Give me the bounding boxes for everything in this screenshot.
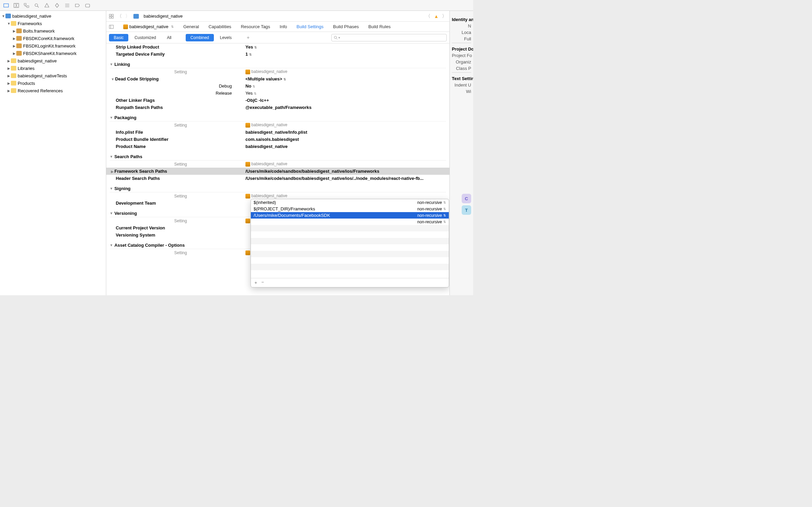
tab-capabilities[interactable]: Capabilities	[208, 23, 231, 31]
source-control-icon[interactable]	[24, 3, 29, 8]
file-fbcorekit[interactable]: ▶ FBSDKCoreKit.framework	[0, 35, 106, 42]
popup-list[interactable]: $(inherited) non-recursive ⇅ $(PROJECT_D…	[251, 199, 449, 277]
add-setting-icon[interactable]: ＋	[246, 35, 251, 41]
tab-info[interactable]: Info	[280, 23, 287, 31]
updown-icon[interactable]: ⇅	[443, 220, 446, 224]
framework-icon	[16, 43, 22, 48]
sidebar-toggle-icon[interactable]	[109, 24, 114, 29]
settings-search[interactable]: ▾	[331, 34, 447, 41]
tab-general[interactable]: General	[183, 23, 199, 31]
disclosure-right-icon[interactable]: ▶	[12, 44, 16, 48]
prev-issue-icon[interactable]: 〈	[426, 13, 430, 19]
popup-row-selected[interactable]: /Users/mike/Documents/FacebookSDK non-re…	[251, 212, 449, 219]
library-text-icon[interactable]: T	[462, 205, 471, 215]
disclosure-right-icon[interactable]: ▶	[7, 59, 11, 63]
updown-icon[interactable]: ⇅	[443, 214, 446, 217]
filter-customized[interactable]: Customized	[130, 34, 161, 41]
symbol-navigator-icon[interactable]	[14, 3, 19, 8]
column-header-row: Setting babiesdigest_native	[110, 121, 446, 129]
popup-row[interactable]: non-recursive ⇅	[251, 219, 449, 225]
folder-recovered[interactable]: ▶ Recovered References	[0, 87, 106, 94]
file-fbloginkit[interactable]: ▶ FBSDKLoginKit.framework	[0, 42, 106, 50]
report-icon[interactable]	[85, 3, 90, 8]
forward-icon[interactable]: 〉	[125, 13, 130, 19]
popup-row[interactable]: $(inherited) non-recursive ⇅	[251, 199, 449, 206]
disclosure-down-icon[interactable]: ▼	[110, 187, 113, 190]
section-packaging[interactable]: ▼ Packaging	[110, 114, 446, 121]
disclosure-down-icon[interactable]: ▼	[1, 14, 5, 18]
folder-icon	[11, 73, 16, 78]
test-icon[interactable]	[54, 3, 60, 8]
search-paths-popover[interactable]: $(inherited) non-recursive ⇅ $(PROJECT_D…	[251, 199, 449, 287]
setting-framework-search[interactable]: ▶Framework Search Paths /Users/mike/code…	[106, 168, 449, 175]
folder-navigator-icon[interactable]	[3, 3, 9, 8]
folder-icon	[11, 66, 16, 71]
disclosure-down-icon[interactable]: ▼	[110, 116, 113, 119]
disclosure-right-icon[interactable]: ▶	[12, 37, 16, 40]
breakpoint-icon[interactable]	[75, 3, 80, 8]
remove-path-icon[interactable]: −	[261, 280, 264, 286]
setting-dead-code[interactable]: ▼Dead Code Stripping <Multiple values>⇅	[110, 75, 446, 82]
inspector-panel: Identity and N Loca Full Project Do Proj…	[449, 11, 473, 295]
folder-products[interactable]: ▶ Products	[0, 79, 106, 87]
file-bolts[interactable]: ▶ Bolts.framework	[0, 27, 106, 35]
tab-build-settings[interactable]: Build Settings	[297, 23, 324, 31]
tab-build-phases[interactable]: Build Phases	[333, 23, 359, 31]
target-selector[interactable]: babiesdigest_native ⇅	[123, 24, 174, 29]
svg-rect-17	[112, 17, 113, 18]
related-items-icon[interactable]	[109, 14, 114, 19]
breadcrumb-title[interactable]: babiesdigest_native	[144, 14, 183, 19]
folder-tests[interactable]: ▶ babiesdigest_nativeTests	[0, 72, 106, 79]
add-path-icon[interactable]: ＋	[254, 280, 258, 286]
disclosure-down-icon[interactable]: ▼	[110, 243, 113, 247]
warning-icon[interactable]	[44, 3, 50, 8]
setting-debug[interactable]: Debug No⇅	[110, 82, 446, 90]
setting-product-name[interactable]: Product Name babiesdigest_native	[110, 143, 446, 150]
filter-combined[interactable]: Combined	[186, 34, 214, 41]
folder-frameworks[interactable]: ▼ Frameworks	[0, 20, 106, 27]
next-issue-icon[interactable]: 〉	[442, 13, 447, 19]
search-icon[interactable]	[34, 3, 39, 8]
breadcrumb-project-icon	[133, 14, 139, 19]
updown-icon[interactable]: ⇅	[443, 201, 446, 204]
setting-other-linker[interactable]: Other Linker Flags -ObjC -lc++	[110, 97, 446, 104]
disclosure-right-icon[interactable]: ▶	[7, 74, 11, 78]
disclosure-down-icon[interactable]: ▼	[110, 211, 113, 215]
disclosure-right-icon[interactable]: ▶	[7, 67, 11, 70]
disclosure-down-icon[interactable]: ▼	[110, 155, 113, 158]
disclosure-right-icon[interactable]: ▶	[12, 29, 16, 33]
debug-icon[interactable]	[64, 3, 70, 8]
setting-header-search[interactable]: Header Search Paths /Users/mike/code/san…	[110, 175, 446, 182]
project-root[interactable]: ▼ babiesdigest_native	[0, 12, 106, 20]
column-header-row: Setting babiesdigest_native	[110, 161, 446, 168]
updown-icon[interactable]: ⇅	[443, 207, 446, 211]
settings-list[interactable]: Strip Linked Product Yes⇅ Targeted Devic…	[106, 43, 449, 295]
folder-app[interactable]: ▶ babiesdigest_native	[0, 57, 106, 64]
disclosure-right-icon[interactable]: ▶	[7, 89, 11, 93]
popup-toolbar: ＋ −	[251, 278, 449, 287]
tab-resource-tags[interactable]: Resource Tags	[241, 23, 270, 31]
setting-targeted-device[interactable]: Targeted Device Family 1⇅	[110, 51, 446, 58]
setting-runpath[interactable]: Runpath Search Paths @executable_path/Fr…	[110, 104, 446, 111]
file-fbsharekit[interactable]: ▶ FBSDKShareKit.framework	[0, 50, 106, 57]
setting-strip-linked[interactable]: Strip Linked Product Yes⇅	[110, 43, 446, 51]
filter-levels[interactable]: Levels	[215, 34, 237, 41]
disclosure-right-icon[interactable]: ▶	[12, 52, 16, 55]
filter-all[interactable]: All	[162, 34, 176, 41]
setting-bundle-id[interactable]: Product Bundle Identifier com.saisols.ba…	[110, 136, 446, 143]
filter-basic[interactable]: Basic	[109, 34, 128, 41]
tab-build-rules[interactable]: Build Rules	[368, 23, 391, 31]
library-class-icon[interactable]: C	[462, 194, 471, 203]
setting-infoplist[interactable]: Info.plist File babiesdigest_native/Info…	[110, 129, 446, 136]
issue-warning-icon[interactable]: ▲	[434, 14, 439, 19]
back-icon[interactable]: 〈	[117, 13, 122, 19]
folder-libraries[interactable]: ▶ Libraries	[0, 64, 106, 72]
disclosure-down-icon[interactable]: ▼	[110, 62, 113, 66]
section-signing[interactable]: ▼ Signing	[110, 185, 446, 192]
disclosure-right-icon[interactable]: ▶	[7, 81, 11, 85]
setting-release[interactable]: Release Yes⇅	[110, 90, 446, 97]
disclosure-down-icon[interactable]: ▼	[7, 22, 11, 25]
section-linking[interactable]: ▼ Linking	[110, 61, 446, 68]
popup-row[interactable]: $(PROJECT_DIR)/Frameworks non-recursive …	[251, 206, 449, 212]
section-search-paths[interactable]: ▼ Search Paths	[110, 153, 446, 161]
